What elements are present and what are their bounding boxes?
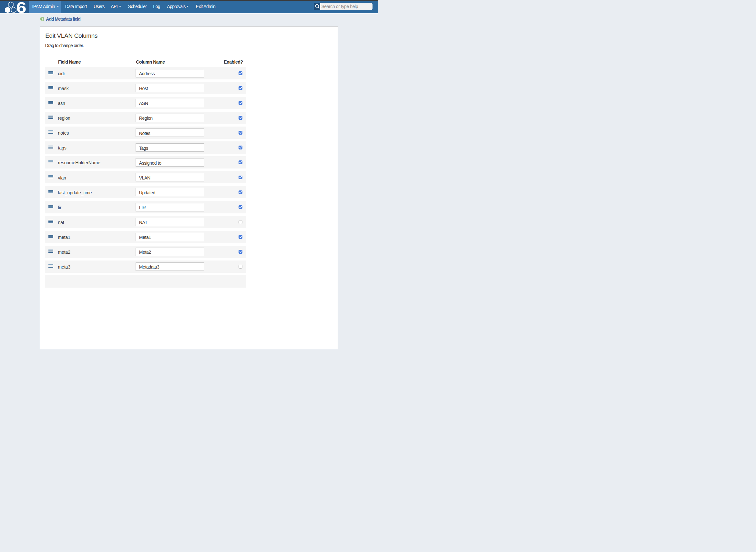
svg-text:6: 6 [16,1,26,14]
